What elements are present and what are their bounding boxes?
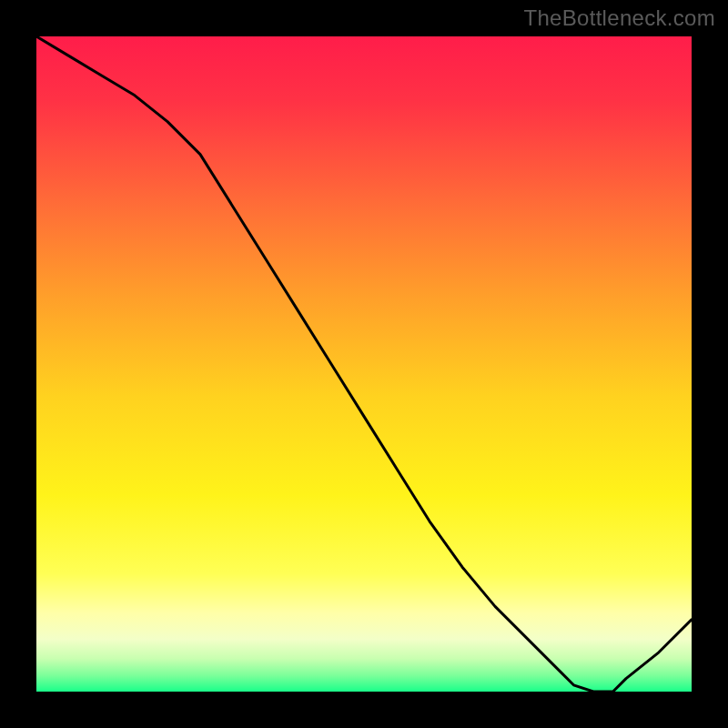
- attribution-text: TheBottleneck.com: [523, 5, 715, 31]
- plot-frame: [36, 36, 692, 692]
- plot-area: [36, 36, 692, 692]
- chart-curve: [36, 36, 692, 692]
